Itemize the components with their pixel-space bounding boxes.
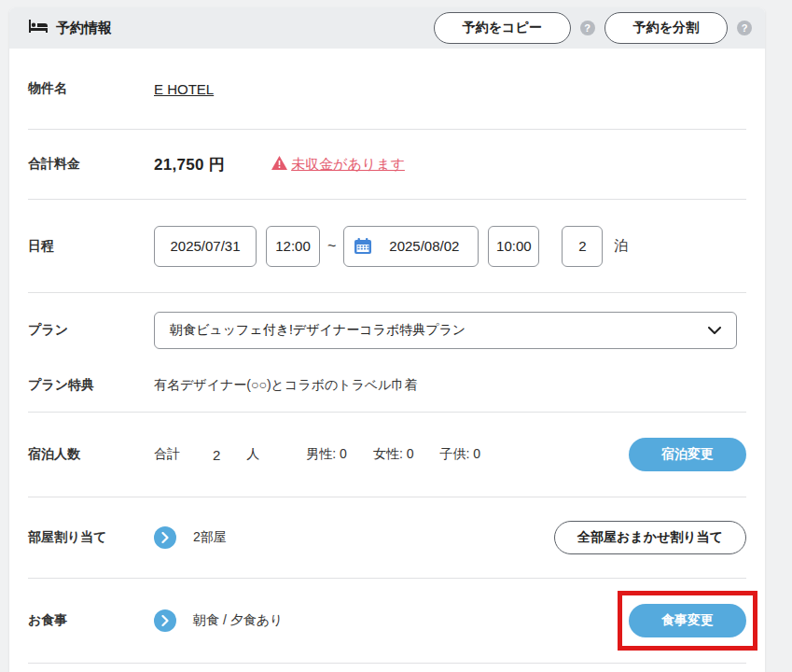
change-meals-button[interactable]: 食事変更 xyxy=(629,604,746,637)
guest-counts: 合計 2 人 男性: 0 女性: 0 子供: 0 xyxy=(154,446,480,463)
plan-select[interactable]: 朝食ビュッフェ付き!デザイナーコラボ特典プラン xyxy=(154,312,737,349)
schedule-label: 日程 xyxy=(28,238,154,255)
header-left: 予約情報 xyxy=(28,19,112,37)
card-header: 予約情報 予約をコピー ? 予約を分割 ? xyxy=(9,7,765,49)
meals-row: お食事 朝食 / 夕食あり 食事変更 xyxy=(9,579,765,663)
guests-total-label: 合計 xyxy=(154,446,180,463)
meals-value: 朝食 / 夕食あり xyxy=(193,612,283,629)
guests-child: 子供: 0 xyxy=(440,446,481,463)
total-price-row: 合計料金 21,750 円 未収金があります xyxy=(9,130,765,199)
meals-label: お食事 xyxy=(28,612,154,629)
checkout-date-input[interactable] xyxy=(343,226,479,267)
chevron-right-icon[interactable] xyxy=(154,526,176,549)
guests-unit: 人 xyxy=(246,446,259,463)
property-link[interactable]: E HOTEL xyxy=(154,81,214,97)
unpaid-warning[interactable]: 未収金があります xyxy=(271,156,405,174)
auto-assign-rooms-button[interactable]: 全部屋おまかせ割り当て xyxy=(554,521,746,554)
bed-icon xyxy=(28,19,49,37)
total-amount: 21,750 円 xyxy=(154,154,225,175)
guests-row: 宿泊人数 合計 2 人 男性: 0 女性: 0 子供: 0 宿泊変更 xyxy=(9,413,765,497)
total-price-label: 合計料金 xyxy=(28,156,154,173)
guests-label: 宿泊人数 xyxy=(28,446,154,463)
chevron-down-icon xyxy=(708,323,721,338)
warning-icon xyxy=(271,156,287,174)
change-guests-button[interactable]: 宿泊変更 xyxy=(629,438,746,471)
checkin-time-input[interactable] xyxy=(266,226,320,267)
copy-reservation-button[interactable]: 予約をコピー xyxy=(434,12,571,44)
schedule-row: 日程 ~ 泊 xyxy=(9,200,765,292)
nights-unit-label: 泊 xyxy=(614,237,628,255)
property-row: 物件名 E HOTEL xyxy=(9,49,765,129)
plan-row: プラン 朝食ビュッフェ付き!デザイナーコラボ特典プラン xyxy=(9,293,765,359)
property-label: 物件名 xyxy=(28,80,154,97)
tilde-separator: ~ xyxy=(327,238,336,255)
checkout-time-input[interactable] xyxy=(488,226,539,267)
room-count-value: 2部屋 xyxy=(193,529,227,546)
reservation-card: 予約情報 予約をコピー ? 予約を分割 ? 物件名 E HOTEL 合計料金 2… xyxy=(9,7,765,672)
plan-selected-option: 朝食ビュッフェ付き!デザイナーコラボ特典プラン xyxy=(170,322,465,339)
checkin-date-input[interactable] xyxy=(154,226,257,267)
plan-benefit-row: プラン特典 有名デザイナー(○○)とコラボのトラベル巾着 xyxy=(9,359,765,412)
room-assignment-row: 部屋割り当て 2部屋 全部屋おまかせ割り当て xyxy=(9,497,765,578)
plan-benefit-value: 有名デザイナー(○○)とコラボのトラベル巾着 xyxy=(154,377,418,394)
guests-female: 女性: 0 xyxy=(373,446,414,463)
copy-help-icon[interactable]: ? xyxy=(580,21,595,35)
room-assignment-label: 部屋割り当て xyxy=(28,529,154,546)
plan-label: プラン xyxy=(28,322,154,339)
warning-text: 未収金があります xyxy=(291,156,405,174)
chevron-right-icon[interactable] xyxy=(154,609,176,632)
split-help-icon[interactable]: ? xyxy=(737,21,752,35)
guests-total-value: 2 xyxy=(213,447,220,463)
header-actions: 予約をコピー ? 予約を分割 ? xyxy=(434,12,752,44)
nights-input[interactable] xyxy=(562,226,603,267)
page-title: 予約情報 xyxy=(56,20,112,37)
divider xyxy=(28,663,746,664)
annotation-highlight-box: 食事変更 xyxy=(618,591,757,651)
split-reservation-button[interactable]: 予約を分割 xyxy=(604,12,728,44)
checkout-date-wrap xyxy=(343,226,479,267)
plan-benefit-label: プラン特典 xyxy=(28,377,154,394)
guests-male: 男性: 0 xyxy=(306,446,347,463)
